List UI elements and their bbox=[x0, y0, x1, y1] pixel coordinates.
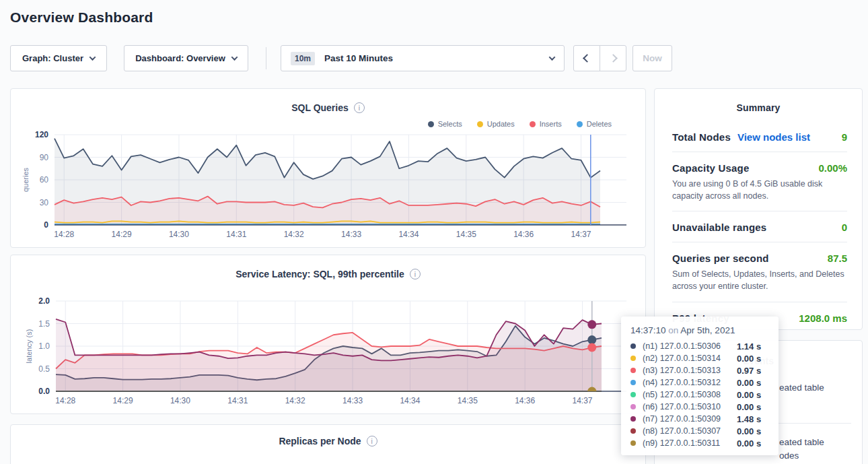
svg-text:14:36: 14:36 bbox=[515, 396, 535, 405]
summary-row-value: 0.00% bbox=[818, 162, 847, 174]
series-color-dot-icon bbox=[630, 416, 636, 422]
summary-row: Queries per second87.5Sum of Selects, Up… bbox=[672, 242, 847, 302]
legend-label: Inserts bbox=[540, 120, 562, 128]
now-button-label: Now bbox=[643, 53, 662, 63]
summary-row-value: 0 bbox=[842, 222, 847, 233]
info-icon[interactable] bbox=[354, 102, 365, 113]
svg-text:14:34: 14:34 bbox=[398, 230, 419, 239]
svg-text:120: 120 bbox=[35, 130, 48, 139]
toolbar-divider bbox=[266, 47, 266, 69]
summary-heading: Summary bbox=[655, 89, 862, 113]
series-color-dot-icon bbox=[630, 440, 636, 446]
graph-dropdown[interactable]: Graph: Cluster bbox=[10, 45, 107, 71]
view-nodes-list-link[interactable]: View nodes list bbox=[737, 131, 810, 143]
graph-dropdown-label: Graph: Cluster bbox=[22, 53, 83, 63]
chevron-down-icon bbox=[89, 54, 96, 61]
chevron-right-icon bbox=[609, 54, 618, 63]
time-range-label: Past 10 Minutes bbox=[324, 53, 393, 63]
series-color-dot-icon bbox=[630, 428, 636, 434]
chevron-down-icon bbox=[231, 54, 238, 61]
series-color-dot-icon bbox=[630, 343, 636, 349]
series-color-dot-icon bbox=[630, 404, 636, 409]
tooltip-row: (n3) 127.0.0.1:503130.97 s bbox=[630, 364, 769, 376]
time-range-dropdown[interactable]: 10m Past 10 Minutes bbox=[281, 45, 565, 71]
legend-dot-icon bbox=[428, 121, 434, 127]
summary-panel: Summary Total NodesView nodes list9Capac… bbox=[654, 88, 863, 330]
dashboard-dropdown[interactable]: Dashboard: Overview bbox=[124, 45, 248, 71]
svg-text:14:28: 14:28 bbox=[55, 396, 75, 405]
tooltip-node-label: (n3) 127.0.0.1:50313 bbox=[643, 366, 737, 375]
dashboard-dropdown-label: Dashboard: Overview bbox=[135, 53, 225, 63]
sql-queries-chart[interactable]: 030609012014:2814:2914:3014:3114:3214:33… bbox=[11, 129, 647, 245]
replicas-title-row: Replicas per Node bbox=[11, 436, 645, 446]
legend-item-selects[interactable]: Selects bbox=[428, 120, 462, 128]
summary-row-label: Queries per second bbox=[672, 253, 769, 264]
page-title: Overview Dashboard bbox=[10, 9, 153, 26]
tooltip-time: 14:37:10 bbox=[630, 325, 666, 335]
info-icon[interactable] bbox=[410, 269, 421, 279]
event-item-fragment: eated table bbox=[779, 383, 824, 393]
summary-rows: Total NodesView nodes list9Capacity Usag… bbox=[655, 121, 862, 333]
service-latency-title: Service Latency: SQL, 99th percentile bbox=[236, 269, 404, 279]
series-color-dot-icon bbox=[630, 392, 636, 397]
service-latency-chart[interactable]: 0.00.51.01.52.014:2814:2914:3014:3114:32… bbox=[11, 296, 647, 411]
svg-text:60: 60 bbox=[40, 175, 49, 185]
summary-row: Capacity Usage0.00%You are using 0 B of … bbox=[672, 152, 847, 211]
summary-row: Unavailable ranges0 bbox=[672, 211, 847, 242]
tooltip-row: (n6) 127.0.0.1:503100.00 s bbox=[630, 401, 769, 413]
tooltip-row: (n5) 127.0.0.1:503080.00 s bbox=[630, 389, 769, 401]
tooltip-on: on bbox=[666, 325, 681, 335]
summary-row-label: Capacity Usage bbox=[672, 162, 750, 174]
svg-text:14:28: 14:28 bbox=[54, 230, 74, 239]
legend-label: Selects bbox=[438, 120, 462, 128]
summary-row: Total NodesView nodes list9 bbox=[672, 121, 847, 152]
replicas-per-node-panel: Replicas per Node bbox=[10, 424, 646, 464]
sql-queries-legend: SelectsUpdatesInsertsDeletes bbox=[428, 120, 612, 128]
svg-text:14:35: 14:35 bbox=[458, 396, 478, 405]
legend-label: Deletes bbox=[587, 120, 612, 128]
replicas-title: Replicas per Node bbox=[279, 436, 361, 446]
summary-row-value: 1208.0 ms bbox=[799, 312, 847, 324]
svg-text:14:30: 14:30 bbox=[170, 396, 190, 405]
legend-item-inserts[interactable]: Inserts bbox=[530, 120, 562, 128]
tooltip-node-value: 1.14 s bbox=[737, 341, 761, 352]
sql-queries-panel: SQL Queries SelectsUpdatesInsertsDeletes… bbox=[10, 88, 646, 248]
svg-text:14:31: 14:31 bbox=[226, 230, 246, 239]
service-latency-title-row: Service Latency: SQL, 99th percentile bbox=[11, 269, 645, 279]
tooltip-row: (n2) 127.0.0.1:503140.00 s bbox=[630, 352, 769, 364]
chart-hover-tooltip: 14:37:10 on Apr 5th, 2021 (n1) 127.0.0.1… bbox=[621, 317, 779, 455]
tooltip-node-value: 0.00 s bbox=[737, 438, 761, 449]
tooltip-timestamp: 14:37:10 on Apr 5th, 2021 bbox=[630, 325, 769, 335]
svg-text:14:32: 14:32 bbox=[284, 230, 304, 239]
tooltip-node-value: 0.97 s bbox=[737, 366, 761, 376]
chevron-left-icon bbox=[583, 54, 591, 63]
tooltip-date: Apr 5th, 2021 bbox=[680, 325, 735, 335]
overview-dashboard-page: Overview Dashboard Graph: Cluster Dashbo… bbox=[0, 0, 868, 464]
legend-item-deletes[interactable]: Deletes bbox=[577, 120, 612, 128]
legend-item-updates[interactable]: Updates bbox=[477, 120, 515, 128]
time-next-button[interactable] bbox=[600, 45, 626, 71]
summary-row-description: You are using 0 B of 4.5 GiB usable disk… bbox=[672, 178, 847, 202]
tooltip-node-label: (n9) 127.0.0.1:50311 bbox=[643, 438, 737, 448]
svg-text:14:37: 14:37 bbox=[571, 230, 591, 239]
tooltip-rows: (n1) 127.0.0.1:503061.14 s(n2) 127.0.0.1… bbox=[630, 340, 769, 449]
summary-row-value: 87.5 bbox=[828, 253, 847, 264]
svg-text:14:37: 14:37 bbox=[573, 396, 593, 405]
svg-text:14:30: 14:30 bbox=[169, 230, 189, 239]
tooltip-row: (n1) 127.0.0.1:503061.14 s bbox=[630, 340, 769, 352]
info-icon[interactable] bbox=[367, 436, 377, 446]
legend-dot-icon bbox=[477, 121, 483, 127]
tooltip-node-label: (n7) 127.0.0.1:50309 bbox=[643, 414, 737, 424]
svg-text:90: 90 bbox=[40, 153, 49, 162]
svg-text:1.5: 1.5 bbox=[38, 319, 50, 329]
time-range-badge: 10m bbox=[291, 52, 315, 65]
tooltip-node-label: (n1) 127.0.0.1:50306 bbox=[643, 341, 737, 351]
summary-row-value: 9 bbox=[842, 131, 847, 143]
time-prev-button[interactable] bbox=[573, 45, 600, 71]
svg-text:14:36: 14:36 bbox=[513, 230, 534, 239]
tooltip-row: (n7) 127.0.0.1:503091.48 s bbox=[630, 413, 769, 425]
tooltip-node-value: 0.00 s bbox=[737, 378, 761, 388]
service-latency-panel: Service Latency: SQL, 99th percentile la… bbox=[10, 255, 646, 414]
now-button[interactable]: Now bbox=[632, 45, 672, 71]
summary-row-label: Total Nodes bbox=[672, 131, 731, 143]
